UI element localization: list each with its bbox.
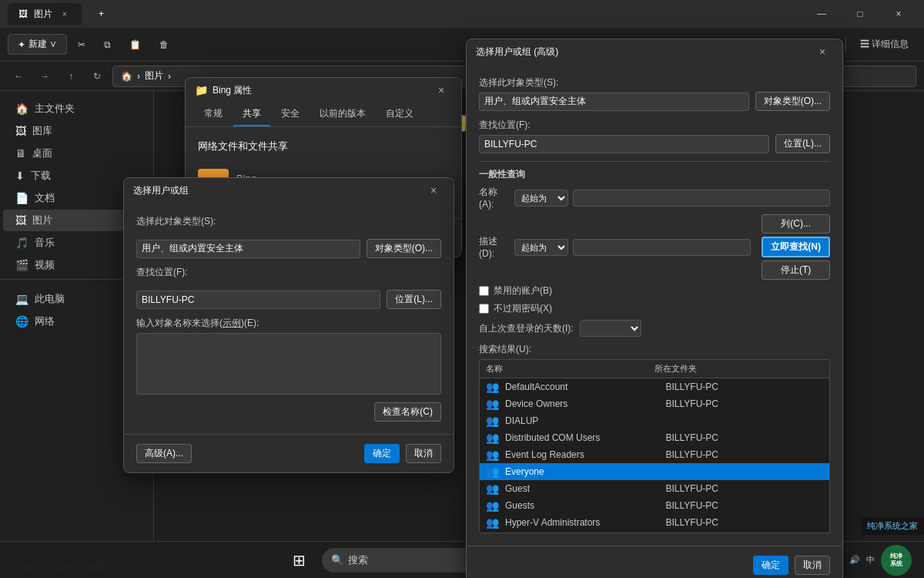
days-label: 自上次查登录的天数(I): [479,322,574,335]
result-icon: 👥 [486,449,499,461]
result-row[interactable]: 👥 Hyper-V Administrators BILLYFU-PC [480,514,829,531]
explorer-tab[interactable]: 🖼 图片 × [8,3,82,25]
minimize-btn[interactable]: — [804,0,839,28]
refresh-btn[interactable]: ↻ [86,66,108,87]
stop-btn[interactable]: 停止(T) [762,260,830,280]
result-location: BILLYFU-PC [666,381,824,392]
paste-btn[interactable]: 📋 [122,36,149,53]
adv-obj-type-row: 对象类型(O)... [479,92,830,111]
adv-location-btn[interactable]: 位置(L)... [775,134,830,153]
location-btn[interactable]: 位置(L)... [387,290,441,309]
result-location: BILLYFU-PC [666,483,824,494]
cut-btn[interactable]: ✂ [70,36,93,53]
results-table: 名称 所在文件夹 👥 DefaultAccount BILLYFU-PC 👥 D… [479,359,830,533]
name-filter-row: 名称(A): 起始为 [479,186,830,210]
result-row[interactable]: 👥 Guest BILLYFU-PC [480,480,829,497]
location-input[interactable] [136,291,380,309]
adv-obj-type-btn[interactable]: 对象类型(O)... [755,92,830,111]
result-location: BILLYFU-PC [666,398,824,409]
back-btn[interactable]: ← [8,66,29,87]
select-users-small-close[interactable]: × [423,180,444,201]
days-select[interactable] [580,320,641,337]
network-icon: 🌐 [15,315,28,328]
maximize-btn[interactable]: □ [842,0,878,28]
adv-cancel-btn[interactable]: 取消 [795,556,830,575]
desc-filter-input[interactable] [573,239,751,256]
col-btn[interactable]: 列(C)... [762,214,830,234]
result-row[interactable]: 👥 DefaultAccount BILLYFU-PC [480,378,829,395]
small-cancel-btn[interactable]: 取消 [406,444,441,463]
result-row[interactable]: 👥 Device Owners BILLYFU-PC [480,395,829,412]
result-row[interactable]: 👥 Distributed COM Users BILLYFU-PC [480,429,829,446]
small-advanced-btn[interactable]: 高级(A)... [136,444,192,463]
result-row[interactable]: 👥 IIS_IUSRS [480,531,829,533]
tab-security[interactable]: 安全 [272,102,309,126]
location-label-row: 查找位置(F): [136,266,441,282]
disabled-accounts-checkbox[interactable] [479,286,489,296]
downloads-icon: ⬇ [15,170,25,182]
desc-filter-label: 描述(D): [479,235,510,259]
col-name-header: 名称 [486,363,654,375]
result-name: Everyone [505,466,663,477]
up-btn[interactable]: ↑ [60,66,82,87]
result-row[interactable]: 👥 DIALUP [480,412,829,429]
names-textarea[interactable] [136,333,441,395]
sidebar-label-thispc: 此电脑 [35,292,65,306]
search-now-btn[interactable]: 立即查找(N) [762,237,830,257]
delete-btn[interactable]: 🗑 [152,36,176,53]
location-value-row: 位置(L)... [136,290,441,309]
no-expire-row: 不过期密码(X) [479,302,830,315]
taskbar-search-label: 搜索 [348,553,368,567]
close-btn[interactable]: × [881,0,916,28]
desc-filter-combo[interactable]: 起始为 [514,239,568,256]
check-names-btn[interactable]: 检查名称(C) [374,402,441,422]
documents-icon: 📄 [15,192,28,204]
sidebar-label-home: 主文件夹 [35,102,75,116]
videos-icon: 🎬 [15,259,28,271]
no-expire-label[interactable]: 不过期密码(X) [494,302,552,315]
result-row[interactable]: 👥 Everyone [480,463,829,480]
object-type-row: 选择此对象类型(S): [136,215,441,231]
tab-close-btn[interactable]: × [59,8,71,20]
details-btn[interactable]: ☰ 详细信息 [852,35,916,54]
advanced-title-text: 选择用户或组 (高级) [476,45,807,59]
gallery-icon: 🖼 [15,125,26,137]
tab-custom[interactable]: 自定义 [377,102,423,126]
result-row[interactable]: 👥 Guests BILLYFU-PC [480,497,829,514]
days-row: 自上次查登录的天数(I): [479,320,830,337]
sidebar-item-desktop[interactable]: 🖥 桌面 [3,143,150,164]
result-row[interactable]: 👥 Event Log Readers BILLYFU-PC [480,446,829,463]
adv-location-input[interactable] [479,135,769,153]
bing-close-btn[interactable]: × [430,79,452,101]
tab-share[interactable]: 共享 [233,102,270,126]
results-scroll[interactable]: 👥 DefaultAccount BILLYFU-PC 👥 Device Own… [480,378,829,533]
name-filter-combo[interactable]: 起始为 [514,190,568,207]
bing-properties-tabs: 常规 共享 安全 以前的版本 自定义 [186,102,461,127]
object-type-value-row: 对象类型(O)... [136,239,441,258]
name-filter-input[interactable] [573,190,830,207]
watermark-text: 纯净系统之家 [867,520,918,532]
object-type-btn[interactable]: 对象类型(O)... [367,239,441,258]
sidebar-label-network: 网络 [35,314,55,328]
new-tab-btn[interactable]: + [88,4,115,24]
tab-general[interactable]: 常规 [195,102,232,126]
object-type-input[interactable] [136,240,360,258]
desktop-icon: 🖥 [15,147,26,160]
tab-previous[interactable]: 以前的版本 [310,102,375,126]
sidebar-item-home[interactable]: 🏠 主文件夹 [3,98,150,119]
adv-ok-btn[interactable]: 确定 [753,556,788,575]
forward-btn[interactable]: → [34,66,55,87]
sidebar-item-gallery[interactable]: 🖼 图库 [3,120,150,142]
new-button[interactable]: ✦ ✦ 新建 ∨ 新建 ∨ [8,34,67,55]
adv-obj-type-input[interactable] [479,92,749,111]
advanced-close-btn[interactable]: × [812,41,833,62]
names-input-row [136,333,441,395]
advanced-footer: 确定 取消 [467,546,842,578]
share-section-title: 网络文件和文件共享 [198,139,449,153]
copy-btn[interactable]: ⧉ [96,36,119,53]
start-btn[interactable]: ⊞ [282,545,316,576]
disabled-accounts-label[interactable]: 禁用的账户(B) [494,284,552,297]
small-ok-btn[interactable]: 确定 [364,444,400,463]
no-expire-checkbox[interactable] [479,304,489,314]
result-location: BILLYFU-PC [666,432,824,443]
